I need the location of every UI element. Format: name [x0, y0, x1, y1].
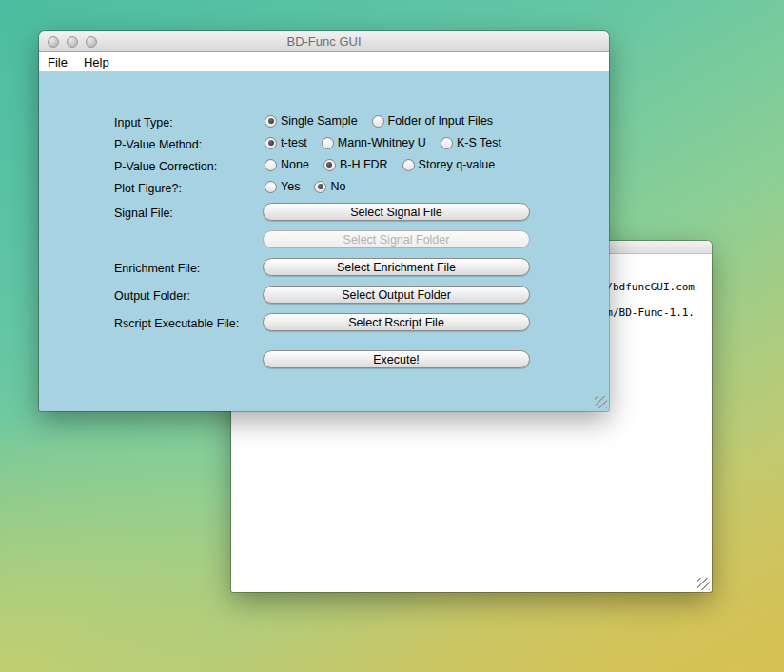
radio-icon — [402, 159, 415, 171]
radio-icon — [265, 137, 277, 149]
rscript-file-label: Rscript Executable File: — [114, 317, 239, 330]
window-title: BD-Func GUI — [286, 34, 361, 49]
input-type-radio-group: Single Sample Folder of Input Files — [265, 114, 493, 128]
background-window-text-line: mm/BD-Func-1.1. — [600, 306, 695, 319]
radio-mann-whitney-u[interactable]: Mann-Whitney U — [322, 136, 426, 149]
enrichment-file-label: Enrichment File: — [114, 262, 200, 275]
radio-icon — [265, 115, 277, 128]
select-output-folder-button[interactable]: Select Output Folder — [263, 286, 530, 304]
resize-grip-icon[interactable] — [697, 578, 710, 590]
radio-bh-fdr[interactable]: B-H FDR — [323, 158, 388, 171]
pvalue-method-radio-group: t-test Mann-Whitney U K-S Test — [265, 136, 501, 149]
select-signal-folder-button[interactable]: Select Signal Folder — [263, 230, 530, 248]
input-type-label: Input Type: — [114, 116, 173, 129]
select-enrichment-file-button[interactable]: Select Enrichment File — [263, 258, 530, 276]
radio-no[interactable]: No — [314, 180, 345, 193]
resize-grip-icon[interactable] — [595, 396, 607, 408]
bdfunc-gui-window: BD-Func GUI File Help Input Type: Single… — [39, 31, 609, 411]
radio-icon — [314, 181, 326, 193]
radio-icon — [441, 137, 453, 149]
radio-none[interactable]: None — [265, 158, 309, 171]
radio-icon — [322, 137, 334, 149]
window-controls — [48, 36, 97, 48]
plot-figure-radio-group: Yes No — [265, 180, 345, 193]
radio-icon — [265, 159, 277, 171]
radio-t-test[interactable]: t-test — [265, 136, 307, 149]
radio-icon — [265, 181, 277, 193]
pvalue-correction-label: P-Value Correction: — [114, 160, 217, 173]
radio-yes[interactable]: Yes — [265, 180, 300, 193]
pvalue-method-label: P-Value Method: — [114, 138, 202, 151]
plot-figure-label: Plot Figure?: — [114, 182, 182, 195]
radio-single-sample[interactable]: Single Sample — [265, 114, 358, 128]
menu-file[interactable]: File — [48, 55, 76, 69]
execute-button[interactable]: Execute! — [263, 350, 530, 368]
radio-icon — [372, 115, 384, 128]
radio-folder-of-input-files[interactable]: Folder of Input Files — [372, 114, 493, 128]
zoom-button[interactable] — [86, 36, 97, 48]
radio-icon — [323, 159, 336, 171]
output-folder-label: Output Folder: — [114, 289, 190, 303]
menu-help[interactable]: Help — [84, 55, 118, 69]
minimize-button[interactable] — [67, 36, 78, 48]
radio-storey-q-value[interactable]: Storey q-value — [402, 158, 496, 171]
pvalue-correction-radio-group: None B-H FDR Storey q-value — [265, 158, 495, 171]
signal-file-label: Signal File: — [114, 207, 173, 220]
form-area: Input Type: Single Sample Folder of Inpu… — [39, 72, 609, 410]
background-window-text-line: n/bdfuncGUI.com — [600, 281, 695, 293]
select-signal-file-button[interactable]: Select Signal File — [263, 203, 530, 221]
select-rscript-file-button[interactable]: Select Rscript File — [263, 313, 530, 331]
radio-ks-test[interactable]: K-S Test — [441, 136, 501, 149]
close-button[interactable] — [48, 36, 59, 48]
titlebar[interactable]: BD-Func GUI — [39, 31, 609, 52]
menubar: File Help — [39, 52, 609, 72]
